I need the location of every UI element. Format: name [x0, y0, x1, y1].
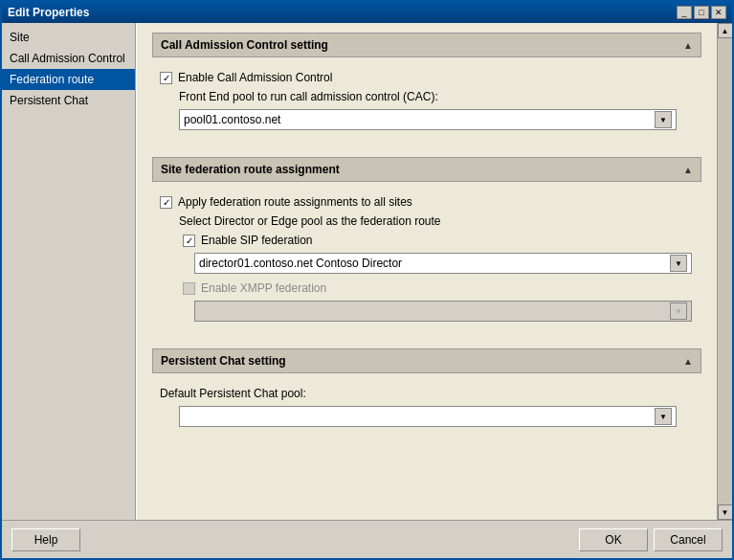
front-end-pool-dropdown-row: pool01.contoso.net ▼ [179, 109, 694, 130]
enable-cac-row: Enable Call Admission Control [160, 71, 694, 84]
scroll-up-button[interactable]: ▲ [718, 23, 733, 38]
cac-section-header[interactable]: Call Admission Control setting ▲ [152, 33, 701, 57]
maximize-button[interactable]: □ [694, 6, 709, 19]
sip-federation-dropdown-btn[interactable]: ▼ [670, 255, 687, 272]
sidebar-item-call-admission-control[interactable]: Call Admission Control [2, 48, 135, 69]
title-bar-buttons: _ □ ✕ [677, 6, 726, 19]
footer: Help OK Cancel [2, 520, 732, 558]
persistent-chat-section-arrow: ▲ [683, 356, 693, 367]
apply-federation-row: Apply federation route assignments to al… [160, 195, 694, 209]
edit-properties-window: Edit Properties _ □ ✕ Site Call Admissio… [0, 0, 734, 560]
persistent-chat-section-header[interactable]: Persistent Chat setting ▲ [152, 348, 701, 373]
sidebar-item-site[interactable]: Site [2, 27, 135, 48]
default-persistent-chat-label-row: Default Persistent Chat pool: [160, 387, 694, 400]
cac-form-area: Enable Call Admission Control Front End … [152, 67, 701, 149]
sidebar-item-federation-route[interactable]: Federation route [2, 69, 135, 90]
window-body: Site Call Admission Control Federation r… [2, 23, 732, 520]
select-director-label: Select Director or Edge pool as the fede… [179, 214, 441, 228]
apply-federation-checkbox[interactable] [160, 196, 172, 209]
minimize-button[interactable]: _ [677, 6, 692, 19]
front-end-pool-label-row: Front End pool to run call admission con… [179, 90, 694, 103]
scroll-down-button[interactable]: ▼ [718, 504, 733, 520]
sidebar: Site Call Admission Control Federation r… [2, 23, 136, 520]
enable-sip-federation-label: Enable SIP federation [201, 234, 313, 247]
cac-section-title: Call Admission Control setting [161, 38, 328, 52]
enable-xmpp-federation-label: Enable XMPP federation [201, 281, 326, 295]
xmpp-federation-dropdown[interactable]: ▼ [194, 301, 692, 322]
federation-section-header[interactable]: Site federation route assignment ▲ [152, 157, 701, 182]
enable-sip-federation-checkbox[interactable] [183, 235, 195, 247]
enable-xmpp-federation-checkbox[interactable] [183, 282, 195, 295]
enable-xmpp-federation-row: Enable XMPP federation [183, 281, 694, 295]
front-end-pool-dropdown-btn[interactable]: ▼ [655, 111, 672, 128]
enable-cac-checkbox[interactable] [160, 72, 172, 84]
scrollbar-track[interactable] [718, 38, 733, 504]
cac-section-arrow: ▲ [683, 40, 693, 51]
persistent-chat-section-title: Persistent Chat setting [161, 354, 286, 368]
apply-federation-label: Apply federation route assignments to al… [178, 195, 412, 209]
footer-right-buttons: OK Cancel [579, 528, 723, 551]
sidebar-item-persistent-chat[interactable]: Persistent Chat [2, 90, 135, 111]
sip-federation-dropdown[interactable]: director01.contoso.net Contoso Director … [194, 253, 692, 274]
front-end-pool-value: pool01.contoso.net [184, 113, 655, 126]
enable-sip-federation-row: Enable SIP federation [183, 234, 694, 247]
federation-section-title: Site federation route assignment [161, 163, 340, 176]
enable-cac-label: Enable Call Admission Control [178, 71, 332, 84]
front-end-pool-dropdown[interactable]: pool01.contoso.net ▼ [179, 109, 677, 130]
select-director-label-row: Select Director or Edge pool as the fede… [179, 214, 694, 228]
ok-button[interactable]: OK [579, 528, 648, 551]
window-title: Edit Properties [8, 6, 89, 19]
sip-federation-dropdown-row: director01.contoso.net Contoso Director … [194, 253, 694, 274]
federation-form-area: Apply federation route assignments to al… [152, 191, 701, 341]
persistent-chat-dropdown-row: ▼ [179, 406, 694, 427]
cancel-button[interactable]: Cancel [654, 528, 723, 551]
close-button[interactable]: ✕ [711, 6, 726, 19]
front-end-pool-label: Front End pool to run call admission con… [179, 90, 438, 103]
title-bar: Edit Properties _ □ ✕ [2, 2, 732, 23]
main-content: Call Admission Control setting ▲ Enable … [136, 23, 717, 520]
sip-federation-value: director01.contoso.net Contoso Director [199, 257, 670, 270]
help-button[interactable]: Help [11, 528, 80, 551]
persistent-chat-dropdown-btn[interactable]: ▼ [655, 408, 672, 425]
scrollbar: ▲ ▼ [717, 23, 732, 520]
xmpp-federation-dropdown-btn[interactable]: ▼ [670, 302, 687, 320]
default-persistent-chat-label: Default Persistent Chat pool: [160, 387, 306, 400]
xmpp-federation-dropdown-row: ▼ [194, 301, 694, 322]
persistent-chat-form-area: Default Persistent Chat pool: ▼ [152, 383, 701, 446]
federation-section-arrow: ▲ [683, 165, 693, 175]
persistent-chat-dropdown[interactable]: ▼ [179, 406, 677, 427]
